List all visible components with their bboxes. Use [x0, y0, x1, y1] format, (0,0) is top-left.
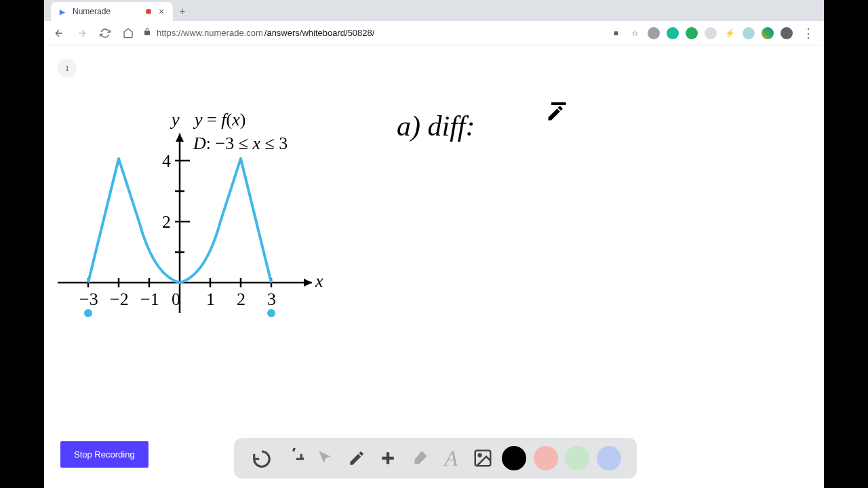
x-tick-neg1: −1: [140, 289, 159, 309]
home-button[interactable]: [120, 25, 136, 41]
svg-point-14: [84, 309, 92, 317]
whiteboard-content: 1 y y = f(x) D: −3 ≤ x ≤ 3 x: [44, 45, 824, 488]
tab-bar: ▶ Numerade × +: [44, 0, 824, 21]
extension-icons: ■ ☆ ⚡ ⋮: [610, 26, 817, 41]
x-tick-neg2: −2: [110, 289, 129, 309]
graph-svg: −3 −2 −1 0 1 2 3 2 4: [51, 110, 336, 340]
x-tick-2: 2: [237, 289, 245, 309]
ext-2-icon[interactable]: [667, 27, 679, 39]
back-button[interactable]: [51, 25, 67, 41]
svg-marker-1: [304, 279, 312, 287]
ext-5-icon[interactable]: ⚡: [724, 27, 736, 39]
handwritten-note: a) diff:: [397, 110, 475, 142]
eraser-tool[interactable]: [408, 446, 432, 470]
stop-recording-button[interactable]: Stop Recording: [60, 441, 149, 468]
profile-avatar-icon[interactable]: [781, 27, 793, 39]
x-tick-3: 3: [267, 289, 276, 309]
color-red[interactable]: [534, 446, 558, 470]
pen-cursor-icon: [546, 104, 565, 125]
url-path: /answers/whiteboard/50828/: [264, 28, 375, 38]
undo-button[interactable]: [250, 446, 274, 470]
browser-tab[interactable]: ▶ Numerade ×: [51, 2, 173, 21]
whiteboard-toolbar: A: [234, 438, 637, 479]
browser-menu-icon[interactable]: ⋮: [800, 26, 817, 41]
y-tick-4: 4: [162, 151, 171, 171]
redo-button[interactable]: [281, 446, 306, 470]
ext-6-icon[interactable]: [743, 27, 755, 39]
address-bar: https://www.numerade.com/answers/whitebo…: [44, 21, 824, 45]
x-tick-0: 0: [172, 289, 180, 309]
svg-point-15: [267, 309, 275, 317]
tab-title: Numerade: [73, 7, 140, 16]
reload-button[interactable]: [97, 25, 113, 41]
bookmark-star-icon[interactable]: ☆: [629, 27, 641, 39]
ext-4-icon[interactable]: [705, 27, 717, 39]
url-box[interactable]: https://www.numerade.com/answers/whitebo…: [143, 28, 603, 38]
video-icon[interactable]: ■: [610, 27, 622, 39]
tab-close-icon[interactable]: ×: [157, 7, 166, 16]
x-tick-neg3: −3: [79, 289, 98, 309]
url-host: https://www.numerade.com: [157, 28, 263, 38]
y-tick-2: 2: [162, 212, 171, 232]
color-blue[interactable]: [597, 446, 621, 470]
browser-window: ▶ Numerade × + https://www.numerade.com/…: [44, 0, 824, 488]
svg-marker-3: [176, 134, 184, 142]
ext-1-icon[interactable]: [648, 27, 660, 39]
pen-tool[interactable]: [344, 446, 369, 470]
ext-7-icon[interactable]: [762, 27, 774, 39]
recording-indicator-icon: [146, 9, 151, 14]
text-tool[interactable]: A: [439, 446, 463, 470]
forward-button[interactable]: [74, 25, 90, 41]
tab-favicon-icon: ▶: [58, 7, 67, 16]
color-black[interactable]: [502, 446, 526, 470]
lock-icon: [143, 28, 151, 38]
pointer-tool[interactable]: [313, 446, 337, 470]
color-green[interactable]: [565, 446, 589, 470]
x-tick-1: 1: [206, 289, 215, 309]
svg-point-18: [479, 454, 481, 457]
graph-area: y y = f(x) D: −3 ≤ x ≤ 3 x: [51, 110, 336, 333]
page-indicator[interactable]: 1: [58, 59, 77, 78]
add-tool[interactable]: [376, 446, 400, 470]
new-tab-button[interactable]: +: [173, 2, 192, 21]
ext-3-icon[interactable]: [686, 27, 698, 39]
image-tool[interactable]: [471, 446, 495, 470]
